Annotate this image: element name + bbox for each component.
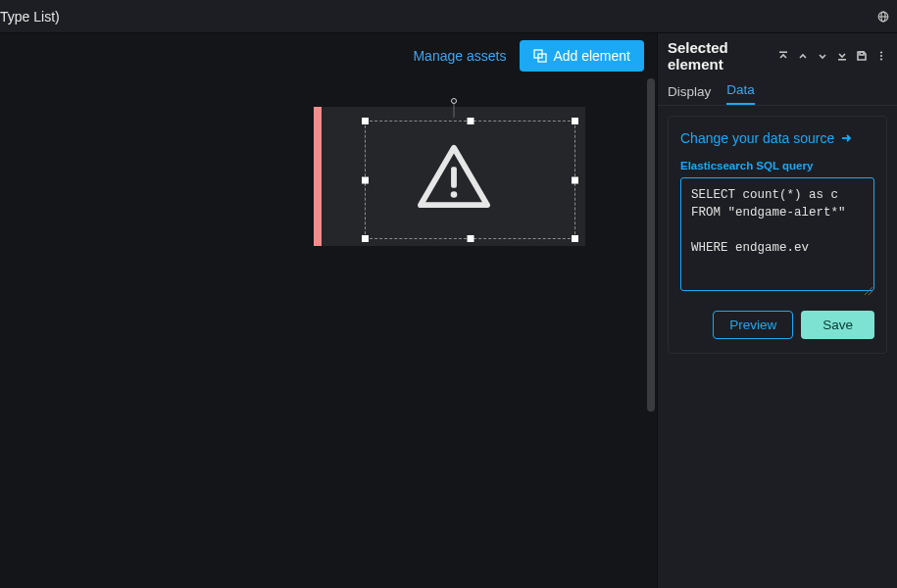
rotate-handle[interactable] xyxy=(451,98,457,104)
move-down-icon[interactable] xyxy=(817,50,828,62)
side-panel-title: Selected element xyxy=(668,39,777,73)
query-button-row: Preview Save xyxy=(680,311,874,339)
data-source-card: Change your data source Elasticsearch SQ… xyxy=(668,116,887,354)
side-panel-tabs: Display Data xyxy=(658,78,897,106)
change-data-source-button[interactable]: Change your data source xyxy=(680,130,852,146)
move-bottom-icon[interactable] xyxy=(836,50,848,62)
resize-handle-bl[interactable] xyxy=(362,235,369,242)
more-icon[interactable] xyxy=(875,50,887,62)
svg-point-13 xyxy=(880,58,882,60)
svg-line-16 xyxy=(869,291,872,295)
side-panel: Selected element xyxy=(657,33,897,588)
add-element-button[interactable]: Add element xyxy=(520,40,644,72)
manage-assets-button[interactable]: Manage assets xyxy=(413,48,506,64)
canvas-toolbar: Manage assets Add element xyxy=(0,33,657,78)
resize-handle-br[interactable] xyxy=(572,235,578,242)
globe-icon[interactable] xyxy=(877,11,889,23)
canvas-area: Manage assets Add element xyxy=(0,33,657,588)
vertical-scrollbar[interactable] xyxy=(647,78,655,412)
resize-handle-ml[interactable] xyxy=(362,176,369,183)
canvas-element[interactable] xyxy=(314,107,585,246)
page-title: Type List) xyxy=(0,9,60,24)
top-bar: Type List) xyxy=(0,0,897,33)
save-element-icon[interactable] xyxy=(856,50,868,62)
preview-button[interactable]: Preview xyxy=(713,311,793,339)
move-top-icon[interactable] xyxy=(777,50,789,62)
svg-point-12 xyxy=(880,55,882,57)
move-up-icon[interactable] xyxy=(797,50,809,62)
add-element-icon xyxy=(533,49,547,63)
resize-handle-bm[interactable] xyxy=(467,235,473,242)
resize-handle-tl[interactable] xyxy=(362,118,369,124)
resize-handle-tm[interactable] xyxy=(467,118,473,124)
change-data-source-label: Change your data source xyxy=(680,130,834,146)
resize-handle-tr[interactable] xyxy=(572,118,578,124)
arrow-right-icon xyxy=(840,132,852,144)
rotate-stem xyxy=(453,104,454,118)
svg-rect-10 xyxy=(860,52,864,55)
tab-display[interactable]: Display xyxy=(668,84,711,105)
save-button[interactable]: Save xyxy=(801,311,874,339)
query-field-label: Elasticsearch SQL query xyxy=(680,160,874,172)
side-panel-header-icons xyxy=(777,50,887,62)
resize-handle-mr[interactable] xyxy=(572,176,578,183)
query-input[interactable] xyxy=(680,177,874,291)
selection-box xyxy=(365,121,575,239)
svg-point-11 xyxy=(880,51,882,53)
canvas-stage[interactable] xyxy=(0,78,657,588)
add-element-label: Add element xyxy=(553,48,630,64)
side-panel-header: Selected element xyxy=(658,33,897,78)
tab-data[interactable]: Data xyxy=(726,82,755,105)
side-panel-body: Change your data source Elasticsearch SQ… xyxy=(658,106,897,364)
